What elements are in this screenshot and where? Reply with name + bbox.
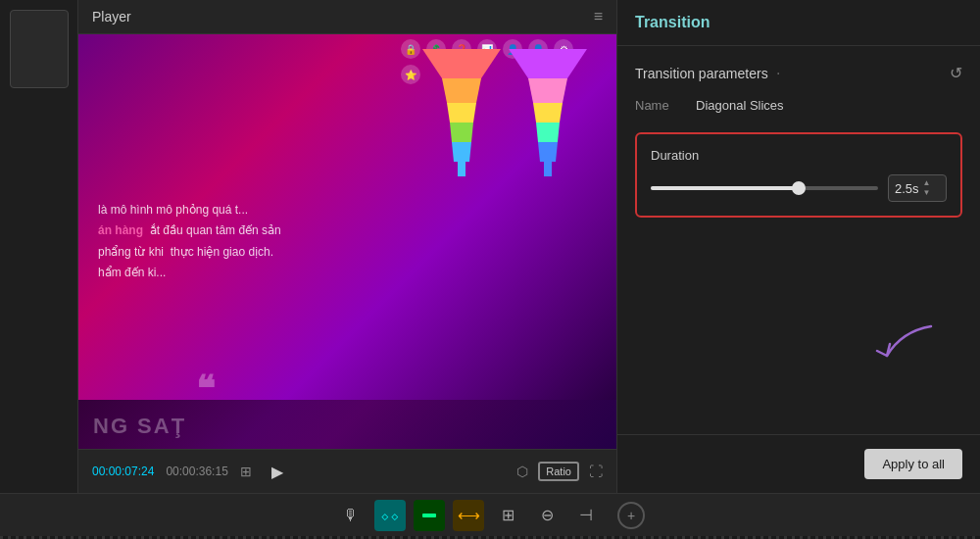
float-icon-star: ⭐ [401, 65, 420, 84]
ratio-button[interactable]: Ratio [538, 462, 579, 481]
video-text-line-1: là mô hình mô phỏng quá t... [98, 199, 281, 220]
svg-marker-8 [533, 103, 563, 122]
controls-right: ⬡ Ratio ⛶ [516, 462, 603, 481]
name-field-label: Name [635, 98, 684, 113]
left-sidebar [0, 0, 78, 493]
svg-marker-1 [442, 78, 481, 103]
duration-slider-track[interactable] [651, 186, 878, 190]
toolbar-merge-icon[interactable]: ⟷ [453, 500, 484, 531]
transition-panel-title: Transition [635, 14, 710, 30]
duration-input[interactable]: 2.5s ▲ ▼ [888, 174, 947, 202]
slider-container: 2.5s ▲ ▼ [651, 174, 947, 202]
play-button[interactable]: ▶ [264, 458, 291, 485]
duration-stepper[interactable]: ▲ ▼ [923, 178, 931, 198]
slider-thumb[interactable] [792, 181, 806, 195]
duration-label: Duration [651, 148, 947, 163]
toolbar-cut-icon[interactable] [414, 500, 445, 531]
svg-marker-7 [528, 78, 567, 103]
grid-view-icon[interactable]: ⊞ [240, 464, 252, 479]
funnel-1-shape [422, 49, 501, 176]
time-current: 00:00:07:24 [92, 465, 154, 478]
svg-marker-4 [452, 142, 471, 162]
svg-rect-5 [458, 162, 466, 176]
bottom-toolbar: 🎙 ⬦⬦ ⟷ ⊞ ⊖ ⊣ + [0, 493, 980, 536]
toolbar-minus-circle-icon[interactable]: ⊖ [531, 500, 563, 531]
cut-icon-svg [420, 507, 438, 524]
funnel-2-shape [509, 49, 587, 176]
video-background: là mô hình mô phỏng quá t... án hàng ắt … [78, 34, 616, 449]
sidebar-thumbnail[interactable] [10, 10, 69, 88]
transition-body: Transition parameters · ↺ Name Diagonal … [617, 46, 980, 434]
video-text-overlay: là mô hình mô phỏng quá t... án hàng ắt … [98, 199, 281, 283]
funnel-1 [422, 49, 501, 176]
float-icon-lock: 🔒 [401, 39, 420, 59]
player-header: Player ≡ [78, 0, 616, 34]
arrow-decoration [872, 317, 951, 375]
video-text-line-3: phẩng từ khi thực hiện giao dịch. [98, 242, 281, 264]
svg-rect-12 [422, 514, 436, 517]
funnels-group [422, 49, 587, 176]
name-row: Name Diagonal Slices [635, 98, 962, 113]
params-title: Transition parameters [635, 66, 768, 81]
fullscreen-button[interactable]: ⛶ [589, 464, 603, 479]
menu-icon[interactable]: ≡ [594, 8, 603, 25]
toolbar-mic-icon[interactable]: 🎙 [335, 500, 367, 531]
name-field-value: Diagonal Slices [696, 98, 784, 113]
toolbar-layout-icon[interactable]: ⊞ [492, 500, 523, 531]
step-up-button[interactable]: ▲ [923, 178, 931, 188]
svg-marker-9 [536, 122, 560, 142]
apply-all-button[interactable]: Apply to all [864, 449, 962, 479]
reset-button[interactable]: ↺ [950, 64, 962, 82]
toolbar-transition-icon[interactable]: ⬦⬦ [374, 500, 406, 531]
toolbar-end-icon[interactable]: ⊣ [570, 500, 602, 531]
params-dot: · [776, 65, 780, 81]
slider-fill [651, 186, 799, 190]
video-text-line-2: án hàng ắt đầu quan tâm đến sản [98, 220, 281, 242]
player-panel: Player ≡ là mô hình mô phỏng quá t... án… [78, 0, 617, 493]
player-video: là mô hình mô phỏng quá t... án hàng ắt … [78, 34, 616, 449]
player-controls: 00:00:07:24 00:00:36:15 ⊞ ▶ ⬡ Ratio ⛶ [78, 449, 616, 493]
transition-footer: Apply to all [617, 434, 980, 493]
watermark-text: NG SAŢ [93, 414, 186, 439]
video-text-line-4: hẩm đến ki... [98, 263, 281, 284]
arrow-svg [872, 317, 951, 375]
duration-value: 2.5s [895, 181, 919, 196]
toolbar-add-button[interactable]: + [617, 502, 645, 529]
fit-screen-button[interactable]: ⬡ [516, 464, 528, 479]
player-title: Player [92, 9, 131, 24]
params-header: Transition parameters · ↺ [635, 64, 962, 82]
step-down-button[interactable]: ▼ [923, 188, 931, 198]
funnel-2 [509, 49, 587, 176]
duration-box: Duration 2.5s ▲ ▼ [635, 132, 962, 218]
svg-rect-11 [544, 162, 552, 176]
svg-marker-6 [509, 49, 587, 78]
svg-marker-10 [538, 142, 558, 162]
svg-marker-3 [450, 122, 473, 142]
svg-marker-2 [447, 103, 476, 122]
time-total: 00:00:36:15 [166, 465, 227, 478]
transition-panel: Transition Transition parameters · ↺ Nam… [617, 0, 980, 493]
transition-header: Transition [617, 0, 980, 46]
svg-marker-0 [422, 49, 501, 78]
params-title-group: Transition parameters · [635, 65, 781, 82]
